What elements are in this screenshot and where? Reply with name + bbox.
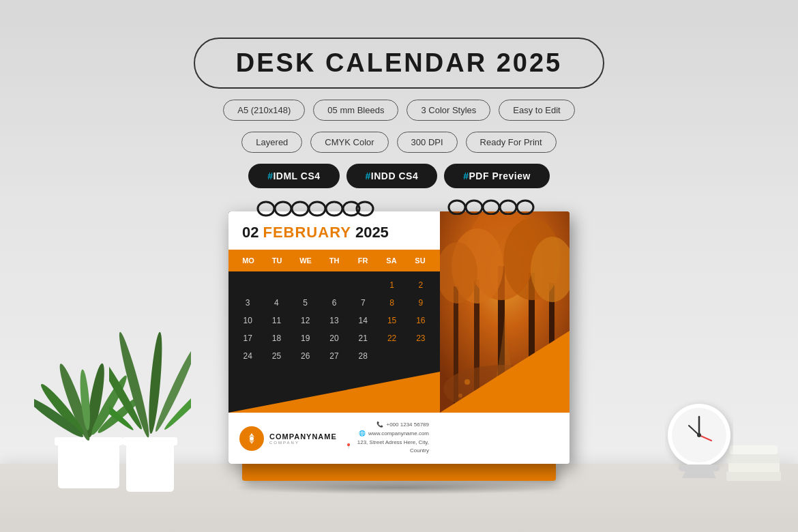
tag-bleeds: 05 mm Bleeds	[313, 100, 398, 121]
cal-cell-9: 9	[407, 295, 434, 311]
svg-point-31	[500, 201, 516, 214]
cal-cell-2: 2	[407, 277, 434, 293]
cal-cell-14: 14	[349, 312, 376, 329]
tags-row-1: A5 (210x148) 05 mm Bleeds 3 Color Styles…	[223, 100, 574, 121]
hashtag-indd: #INDD CS4	[346, 164, 438, 188]
cal-cell-6: 6	[321, 295, 348, 311]
svg-rect-25	[728, 462, 780, 472]
day-label-mo: MO	[234, 254, 263, 267]
cal-cell-24: 24	[234, 348, 261, 364]
calendar-month-num: 02	[242, 224, 258, 241]
cal-cell-27: 27	[321, 348, 348, 364]
cal-cell-18: 18	[263, 330, 290, 346]
tag-size: A5 (210x148)	[223, 100, 305, 121]
svg-point-32	[517, 201, 533, 214]
cal-cell-1: 1	[378, 277, 405, 293]
tag-dpi: 300 DPI	[397, 132, 458, 153]
calendar-footer-left: COMPANYNAME COMPANY 📞 +000 1234 56789 🌐 …	[228, 413, 440, 464]
cal-cell-empty	[292, 277, 319, 293]
cal-cell-12: 12	[292, 312, 319, 329]
cal-cell-4: 4	[263, 295, 290, 311]
svg-rect-9	[126, 441, 174, 492]
cal-cell-21: 21	[349, 330, 376, 346]
orange-triangle-overlay	[440, 331, 570, 413]
cal-cell-23: 23	[407, 330, 434, 346]
cal-cell-25: 25	[263, 348, 290, 364]
tag-layered: Layered	[241, 132, 302, 153]
calendar-shadow	[228, 481, 570, 494]
calendar-year: 2025	[355, 224, 389, 241]
cal-cell-7: 7	[349, 295, 376, 311]
rings-left	[256, 198, 375, 220]
calendar-stand	[242, 464, 556, 481]
clock-decoration	[665, 400, 733, 491]
cal-cell-empty	[407, 348, 434, 364]
svg-rect-24	[726, 471, 781, 481]
cal-cell-empty	[263, 277, 290, 293]
calendar-days-header: MO TU WE TH FR SA SU	[228, 250, 440, 271]
svg-point-34	[275, 202, 291, 216]
svg-marker-40	[228, 372, 440, 413]
tag-easy-edit: Easy to Edit	[499, 100, 574, 121]
company-address: 📍 123, Street Adress Here, City, Country	[345, 439, 429, 456]
calendar-body: 02 FEBRUARY 2025 MO TU WE TH FR SA SU	[228, 211, 570, 464]
svg-point-41	[250, 437, 254, 441]
calendar-grid: 1 2 3 4 5 6 7 8 9 10 11 12 13 14 15	[228, 271, 440, 370]
calendar-wrapper: 02 FEBRUARY 2025 MO TU WE TH FR SA SU	[228, 198, 570, 494]
cal-cell-11: 11	[263, 312, 290, 329]
calendar-right-panel	[440, 211, 570, 464]
svg-rect-27	[730, 445, 778, 454]
company-name-block: COMPANYNAME COMPANY	[269, 432, 337, 445]
hash-tags-row: #IDML CS4 #INDD CS4 #PDF Preview	[248, 164, 550, 188]
plant-decoration-right	[109, 314, 191, 494]
company-info: 📞 +000 1234 56789 🌐 www.companyname.com …	[345, 421, 429, 456]
svg-rect-26	[726, 454, 780, 463]
svg-point-30	[483, 201, 499, 214]
hashtag-idml: #IDML CS4	[248, 164, 339, 188]
svg-point-22	[697, 433, 701, 437]
calendar-3d: 02 FEBRUARY 2025 MO TU WE TH FR SA SU	[228, 211, 570, 494]
cal-cell-13: 13	[321, 312, 348, 329]
day-label-th: TH	[320, 254, 349, 267]
cal-cell-empty	[349, 277, 376, 293]
cal-cell-26: 26	[292, 348, 319, 364]
cal-cell-16: 16	[407, 312, 434, 329]
svg-rect-23	[679, 464, 720, 471]
title-badge: DESK CALENDAR 2025	[194, 38, 604, 89]
cal-cell-5: 5	[292, 295, 319, 311]
cal-cell-8: 8	[378, 295, 405, 311]
cal-cell-3: 3	[234, 295, 261, 311]
tag-color-styles: 3 Color Styles	[407, 100, 490, 121]
header-section: DESK CALENDAR 2025 A5 (210x148) 05 mm Bl…	[0, 0, 798, 188]
tag-cmyk: CMYK Color	[310, 132, 388, 153]
svg-point-35	[292, 202, 308, 216]
tags-row-2: Layered CMYK Color 300 DPI Ready For Pri…	[241, 132, 556, 153]
svg-point-28	[449, 201, 465, 214]
svg-point-37	[326, 202, 342, 216]
day-label-sa: SA	[377, 254, 406, 267]
cal-cell-empty	[321, 277, 348, 293]
company-name: COMPANYNAME	[269, 432, 337, 441]
cal-cell-20: 20	[321, 330, 348, 346]
calendar-footer-right	[440, 413, 570, 464]
svg-point-29	[466, 201, 482, 214]
company-phone: 📞 +000 1234 56789	[345, 421, 429, 430]
cal-cell-17: 17	[234, 330, 261, 346]
page-title: DESK CALENDAR 2025	[236, 48, 562, 77]
day-label-tu: TU	[263, 254, 291, 267]
hashtag-pdf: #PDF Preview	[444, 164, 550, 188]
day-label-we: WE	[291, 254, 320, 267]
company-tagline: COMPANY	[269, 441, 337, 445]
svg-point-33	[258, 202, 274, 216]
tag-print: Ready For Print	[466, 132, 557, 153]
cal-cell-28: 28	[349, 348, 376, 364]
svg-point-36	[309, 202, 325, 216]
cal-cell-empty	[378, 348, 405, 364]
cal-cell-22: 22	[378, 330, 405, 346]
cal-cell-15: 15	[378, 312, 405, 329]
svg-rect-10	[123, 437, 177, 445]
cal-cell-empty	[234, 277, 261, 293]
logo-icon	[239, 426, 264, 451]
calendar-left-panel: 02 FEBRUARY 2025 MO TU WE TH FR SA SU	[228, 211, 440, 464]
calendar-photo	[440, 211, 570, 413]
